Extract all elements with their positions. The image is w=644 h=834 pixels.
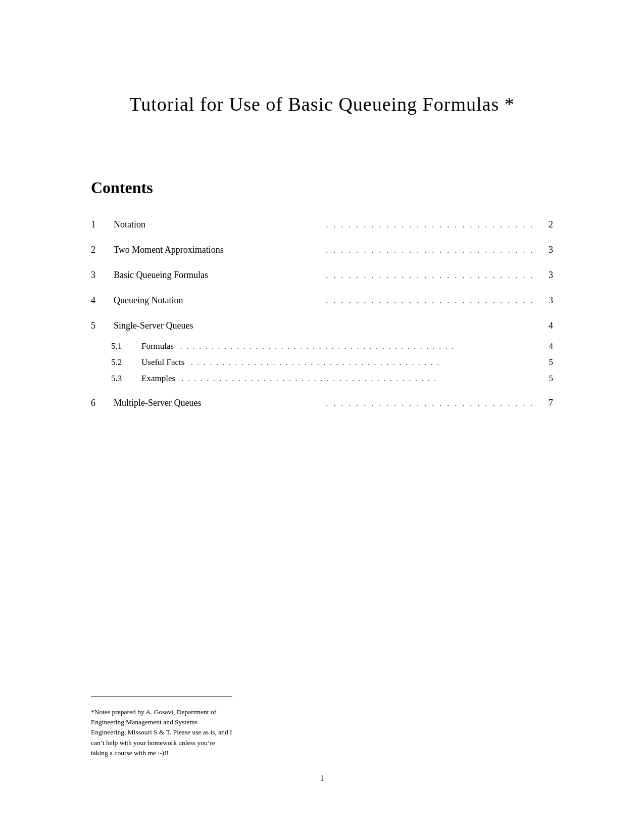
toc-sub-title-5-2: Useful Facts <box>141 357 184 367</box>
toc-item-1: 1 Notation . . . . . . . . . . . . . . .… <box>91 212 553 238</box>
toc-title-6: Multiple-Server Queues <box>114 398 322 408</box>
toc-sub-item-5-2: 5.2 Useful Facts . . . . . . . . . . . .… <box>91 354 553 370</box>
toc-sub-page-5-2: 5 <box>538 357 553 367</box>
contents-section: Contents 1 Notation . . . . . . . . . . … <box>91 178 553 556</box>
toc-page-5: 4 <box>538 320 553 331</box>
toc-title-2: Two Moment Approximations <box>114 245 322 255</box>
toc-item-3: 3 Basic Queueing Formulas . . . . . . . … <box>91 263 553 288</box>
toc-number-6: 6 <box>91 398 114 408</box>
toc-page-1: 2 <box>538 219 553 230</box>
toc-page-3: 3 <box>538 270 553 281</box>
toc-sub-number-5-3: 5.3 <box>111 374 141 384</box>
toc-page-6: 7 <box>538 398 553 408</box>
toc-item-4: 4 Queueing Notation . . . . . . . . . . … <box>91 288 553 313</box>
toc-number-4: 4 <box>91 295 114 306</box>
toc-dots-2: . . . . . . . . . . . . . . . . . . . . … <box>326 245 534 256</box>
toc-item-6: 6 Multiple-Server Queues . . . . . . . .… <box>91 391 553 416</box>
toc-sub-dots-5-3: . . . . . . . . . . . . . . . . . . . . … <box>178 374 535 384</box>
toc-number-3: 3 <box>91 270 114 281</box>
page-number: 1 <box>320 773 324 783</box>
toc-dots-3: . . . . . . . . . . . . . . . . . . . . … <box>326 270 534 281</box>
footnote-section: *Notes prepared by A. Gosavi, Department… <box>91 697 232 758</box>
page: Tutorial for Use of Basic Queueing Formu… <box>0 0 644 834</box>
page-number-section: 1 <box>91 773 553 783</box>
toc-sub-number-5-1: 5.1 <box>111 341 141 351</box>
toc-item-5: 5 Single-Server Queues 4 <box>91 313 553 338</box>
toc: 1 Notation . . . . . . . . . . . . . . .… <box>91 212 553 416</box>
toc-number-1: 1 <box>91 219 114 230</box>
toc-sub-number-5-2: 5.2 <box>111 357 141 367</box>
toc-title-4: Queueing Notation <box>114 295 322 306</box>
toc-title-3: Basic Queueing Formulas <box>114 270 322 281</box>
toc-dots-5 <box>326 328 534 329</box>
main-title: Tutorial for Use of Basic Queueing Formu… <box>91 91 553 118</box>
toc-dots-4: . . . . . . . . . . . . . . . . . . . . … <box>326 295 534 306</box>
toc-sub-title-5-3: Examples <box>141 374 175 384</box>
toc-page-4: 3 <box>538 295 553 306</box>
toc-page-2: 3 <box>538 245 553 255</box>
toc-sub-item-5-1: 5.1 Formulas . . . . . . . . . . . . . .… <box>91 338 553 354</box>
footnote-text: *Notes prepared by A. Gosavi, Department… <box>91 707 232 758</box>
toc-dots-6: . . . . . . . . . . . . . . . . . . . . … <box>326 398 534 409</box>
toc-title-1: Notation <box>114 219 322 230</box>
title-section: Tutorial for Use of Basic Queueing Formu… <box>91 91 553 118</box>
toc-sub-indent-5-2 <box>91 358 111 367</box>
toc-sub-title-5-1: Formulas <box>141 341 174 351</box>
contents-heading: Contents <box>91 178 553 197</box>
toc-number-2: 2 <box>91 245 114 255</box>
toc-sub-page-5-3: 5 <box>538 374 553 384</box>
toc-item-2: 2 Two Moment Approximations . . . . . . … <box>91 238 553 263</box>
toc-sub-page-5-1: 4 <box>538 341 553 351</box>
toc-sub-indent-5-1 <box>91 342 111 351</box>
toc-sub-dots-5-2: . . . . . . . . . . . . . . . . . . . . … <box>187 357 535 367</box>
toc-title-5: Single-Server Queues <box>114 320 322 331</box>
toc-sub-indent-5-3 <box>91 374 111 383</box>
toc-dots-1: . . . . . . . . . . . . . . . . . . . . … <box>326 219 534 230</box>
toc-number-5: 5 <box>91 320 114 331</box>
toc-sub-dots-5-1: . . . . . . . . . . . . . . . . . . . . … <box>177 341 535 351</box>
toc-sub-item-5-3: 5.3 Examples . . . . . . . . . . . . . .… <box>91 370 553 387</box>
